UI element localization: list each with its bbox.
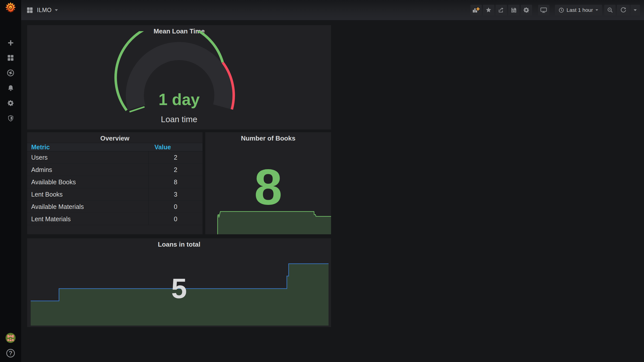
- panel-title[interactable]: Overview: [27, 134, 203, 142]
- table-row: Users 2: [27, 151, 203, 164]
- table-row: Available Books 8: [27, 176, 203, 188]
- navbar-right: Last 1 hour: [469, 5, 640, 16]
- navbar-left: ILMO: [27, 7, 58, 14]
- column-header-metric[interactable]: Metric: [27, 144, 148, 151]
- dashboard-title: ILMO: [37, 7, 52, 14]
- dashboards-grid-icon: [7, 55, 14, 61]
- sidebar-item-server-admin[interactable]: [0, 111, 21, 126]
- metric-cell: Lent Books: [27, 188, 148, 200]
- share-dashboard-button[interactable]: [496, 5, 507, 16]
- sidebar: ?: [0, 0, 21, 362]
- loans-stat-value: 5: [27, 275, 331, 303]
- add-panel-icon: [472, 7, 480, 13]
- table-row: Lent Books 3: [27, 188, 203, 201]
- alerting-bell-icon: [7, 84, 14, 92]
- dashboard-settings-button[interactable]: [521, 5, 532, 16]
- refresh-interval-dropdown[interactable]: [630, 5, 640, 16]
- zoom-out-icon: [607, 7, 613, 13]
- chevron-down-icon: [633, 9, 637, 11]
- value-cell: 0: [148, 213, 203, 225]
- plus-icon: [8, 40, 14, 46]
- help-icon[interactable]: ?: [6, 349, 15, 357]
- table-row: Lent Materials 0: [27, 213, 203, 225]
- panel-number-of-books: Number of Books 8: [205, 132, 331, 234]
- help-question-mark: ?: [9, 350, 13, 357]
- sidebar-item-alerting[interactable]: [0, 80, 21, 96]
- books-sparkline-chart: [205, 205, 331, 234]
- column-header-value[interactable]: Value: [148, 144, 203, 151]
- sidebar-item-dashboards[interactable]: [0, 50, 21, 65]
- sidebar-item-create[interactable]: [0, 35, 21, 50]
- time-range-label: Last 1 hour: [567, 7, 593, 13]
- add-panel-button[interactable]: [470, 5, 482, 16]
- mark-favorite-button[interactable]: [483, 5, 494, 16]
- sidebar-menu: [0, 35, 21, 126]
- dashboard-grid-icon[interactable]: [27, 7, 33, 13]
- chevron-down-icon: [55, 9, 58, 11]
- cycle-view-mode-button[interactable]: [538, 5, 549, 16]
- refresh-dashboard-button[interactable]: [617, 5, 630, 16]
- metric-cell: Lent Materials: [27, 213, 148, 225]
- grafana-app: ? ILMO: [0, 0, 644, 362]
- table-header-row: Metric Value: [27, 143, 203, 151]
- gauge-value: 1 day: [27, 91, 331, 108]
- panel-title[interactable]: Loans in total: [27, 241, 331, 248]
- star-icon: [485, 7, 492, 13]
- panel-overview: Overview Metric Value Users 2 Admins 2 A…: [27, 132, 203, 234]
- panel-loans-in-total: Loans in total 5: [27, 238, 331, 327]
- share-icon: [498, 7, 504, 13]
- dashboard-title-dropdown[interactable]: ILMO: [37, 7, 58, 14]
- overview-table: Metric Value Users 2 Admins 2 Available …: [27, 143, 203, 225]
- refresh-icon: [620, 7, 627, 13]
- value-cell: 2: [148, 151, 203, 163]
- grafana-flame-icon: [5, 2, 17, 14]
- panel-title[interactable]: Number of Books: [205, 134, 331, 142]
- navbar: ILMO: [21, 0, 644, 20]
- time-range-picker[interactable]: Last 1 hour: [555, 5, 602, 16]
- metric-cell: Users: [27, 151, 148, 163]
- zoom-out-time-range-button[interactable]: [604, 5, 616, 16]
- configuration-gear-icon: [7, 100, 14, 107]
- avatar-image: [6, 333, 16, 343]
- save-dashboard-button[interactable]: [508, 5, 519, 16]
- save-icon: [511, 7, 517, 13]
- explore-compass-icon: [7, 69, 14, 77]
- clock-icon: [558, 7, 564, 13]
- settings-gear-icon: [523, 7, 530, 13]
- panel-mean-loan-time: Mean Loan Time 1 day Loan time: [27, 25, 331, 129]
- metric-cell: Available Materials: [27, 201, 148, 213]
- value-cell: 3: [148, 188, 203, 200]
- grafana-logo[interactable]: [5, 2, 17, 14]
- metric-cell: Admins: [27, 164, 148, 176]
- dashboard-grid: Mean Loan Time 1 day Loan time Overview …: [21, 20, 644, 362]
- metric-cell: Available Books: [27, 176, 148, 188]
- books-stat-value: 8: [205, 162, 331, 212]
- sidebar-item-explore[interactable]: [0, 65, 21, 80]
- sidebar-item-configuration[interactable]: [0, 96, 21, 111]
- table-row: Available Materials 0: [27, 201, 203, 213]
- value-cell: 2: [148, 164, 203, 176]
- value-cell: 0: [148, 201, 203, 213]
- user-avatar[interactable]: [6, 333, 16, 343]
- gauge-label: Loan time: [27, 115, 331, 124]
- chevron-down-icon: [595, 9, 598, 11]
- sidebar-bottom: ?: [0, 333, 21, 357]
- value-cell: 8: [148, 176, 203, 188]
- table-row: Admins 2: [27, 164, 203, 176]
- server-admin-shield-icon: [7, 115, 14, 122]
- tv-icon: [540, 7, 547, 14]
